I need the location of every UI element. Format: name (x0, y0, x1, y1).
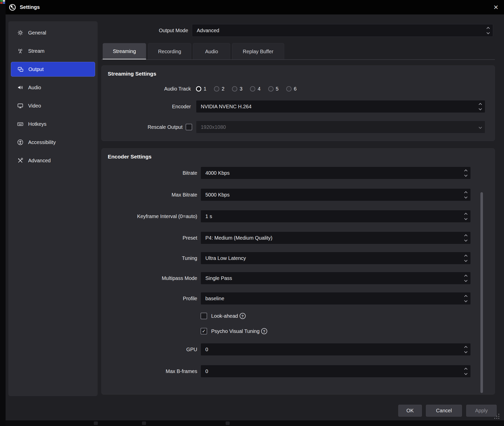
cancel-button[interactable]: Cancel (426, 405, 462, 417)
chevron-down-icon[interactable] (479, 107, 482, 110)
dropdown-arrows[interactable] (465, 295, 467, 302)
chevron-down-icon[interactable] (464, 195, 467, 199)
keyframe-interval-spinbox[interactable]: 1 s (201, 210, 471, 223)
max-bitrate-spinbox[interactable]: 5000 Kbps (201, 188, 471, 201)
dropdown-arrows[interactable] (465, 255, 467, 261)
chevron-up-icon[interactable] (464, 346, 467, 349)
speaker-icon (17, 84, 24, 91)
tab-replay-buffer[interactable]: Replay Buffer (232, 43, 284, 60)
encoder-select[interactable]: NVIDIA NVENC H.264 (196, 100, 485, 113)
ok-button[interactable]: OK (398, 405, 422, 417)
sidebar-item-hotkeys[interactable]: Hotkeys (11, 117, 95, 131)
output-mode-select[interactable]: Advanced (192, 24, 493, 37)
dropdown-arrows[interactable] (487, 27, 489, 34)
output-mode-label: Output Mode (106, 24, 188, 37)
tuning-value: Ultra Low Latency (205, 255, 465, 261)
apply-button[interactable]: Apply (466, 405, 497, 417)
bitrate-spinbox[interactable]: 4000 Kbps (201, 167, 471, 179)
window-title: Settings (20, 4, 40, 10)
profile-select[interactable]: baseline (201, 292, 471, 305)
sidebar-item-accessibility[interactable]: Accessibility (11, 135, 95, 150)
sidebar-item-general[interactable]: General (11, 25, 95, 40)
radio-unselected-icon[interactable] (268, 86, 274, 92)
tuning-select[interactable]: Ultra Low Latency (201, 252, 471, 264)
chevron-down-icon[interactable] (487, 31, 490, 34)
chevron-up-icon[interactable] (487, 27, 490, 30)
bitrate-value: 4000 Kbps (205, 170, 465, 176)
psycho-visual-tuning-checkbox[interactable]: ✓ (201, 328, 207, 334)
audio-track-option-2[interactable]: 2 (214, 86, 224, 92)
multipass-mode-value: Single Pass (205, 275, 465, 281)
chevron-up-icon[interactable] (464, 191, 467, 194)
titlebar[interactable]: Settings × (6, 0, 504, 14)
sidebar-item-video[interactable]: Video (11, 98, 95, 113)
sidebar-item-advanced[interactable]: Advanced (11, 153, 95, 168)
chevron-down-icon[interactable] (464, 372, 467, 375)
audio-track-option-1[interactable]: 1 (196, 86, 206, 92)
encoder-label: Encoder (108, 100, 191, 113)
tab-recording[interactable]: Recording (148, 43, 191, 60)
chevron-down-icon[interactable] (464, 279, 467, 282)
chevron-down-icon[interactable] (464, 259, 467, 262)
chevron-up-icon[interactable] (464, 295, 467, 298)
keyframe-interval-value: 1 s (205, 214, 465, 219)
chevron-down-icon[interactable] (464, 238, 467, 242)
sidebar-item-audio[interactable]: Audio (11, 80, 95, 95)
monitor-icon (17, 102, 24, 109)
audio-track-option-3[interactable]: 3 (232, 86, 242, 92)
dropdown-arrows[interactable] (479, 103, 481, 110)
taskbar-item (94, 421, 98, 425)
chevron-down-icon[interactable] (464, 299, 467, 302)
vertical-scrollbar[interactable] (480, 192, 483, 393)
chevron-down-icon[interactable] (464, 217, 467, 220)
stepper-arrows[interactable] (465, 213, 467, 220)
resize-grip[interactable] (498, 414, 499, 415)
multipass-mode-select[interactable]: Single Pass (201, 272, 471, 285)
chevron-up-icon[interactable] (479, 103, 482, 106)
radio-unselected-icon[interactable] (286, 86, 292, 92)
chevron-down-icon[interactable] (479, 126, 482, 129)
audio-track-option-6[interactable]: 6 (286, 86, 297, 92)
stepper-arrows[interactable] (465, 192, 467, 198)
chevron-up-icon[interactable] (464, 169, 467, 173)
sidebar-item-output[interactable]: Output (11, 62, 95, 77)
accessibility-icon (17, 139, 24, 146)
max-b-frames-spinbox[interactable]: 0 (201, 365, 471, 378)
help-icon[interactable]: ? (261, 328, 267, 334)
output-icon (17, 66, 24, 73)
radio-selected-icon[interactable] (196, 86, 201, 92)
multipass-mode-label: Multipass Mode (108, 272, 197, 285)
gpu-spinbox[interactable]: 0 (201, 343, 471, 356)
max-bitrate-label: Max Bitrate (108, 188, 197, 201)
stepper-arrows[interactable] (465, 368, 467, 375)
preset-select[interactable]: P4: Medium (Medium Quality) (201, 232, 471, 244)
help-icon[interactable]: ? (240, 313, 246, 319)
settings-sidebar: General Stream Output Audio (8, 21, 98, 396)
close-button[interactable]: × (488, 0, 504, 14)
chevron-up-icon[interactable] (464, 213, 467, 216)
stepper-arrows[interactable] (465, 170, 467, 176)
radio-unselected-icon[interactable] (232, 86, 237, 92)
radio-unselected-icon[interactable] (250, 86, 255, 92)
audio-track-option-5[interactable]: 5 (268, 86, 279, 92)
rescale-resolution-select[interactable]: 1920x1080 (196, 121, 485, 133)
dropdown-arrows[interactable] (465, 275, 467, 281)
sidebar-item-stream[interactable]: Stream (11, 44, 95, 58)
radio-unselected-icon[interactable] (214, 86, 219, 92)
taskbar-item (142, 421, 146, 425)
chevron-up-icon[interactable] (464, 255, 467, 258)
audio-track-option-4[interactable]: 4 (250, 86, 260, 92)
chevron-down-icon[interactable] (464, 350, 467, 353)
look-ahead-checkbox[interactable] (201, 313, 207, 319)
stepper-arrows[interactable] (465, 346, 467, 353)
chevron-up-icon[interactable] (464, 368, 467, 371)
chevron-up-icon[interactable] (464, 234, 467, 238)
chevron-up-icon[interactable] (464, 275, 467, 278)
tab-streaming[interactable]: Streaming (103, 43, 146, 60)
tab-audio[interactable]: Audio (193, 43, 230, 60)
dropdown-arrows[interactable] (465, 235, 467, 241)
tuning-label: Tuning (108, 252, 197, 264)
dropdown-arrow[interactable] (479, 126, 481, 128)
chevron-down-icon[interactable] (464, 173, 467, 177)
rescale-output-checkbox[interactable] (186, 124, 192, 130)
